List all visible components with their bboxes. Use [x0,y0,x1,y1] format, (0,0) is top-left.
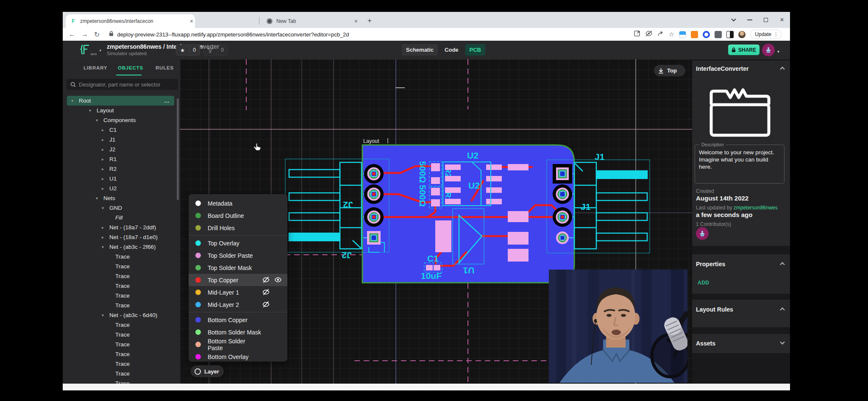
share-button[interactable]: SHARE [728,45,760,55]
layer-row-bottom-solder-mask[interactable]: Bottom Solder Mask [189,326,287,338]
new-tab-button[interactable]: + [364,16,375,26]
tree-item-trace[interactable]: Trace [63,262,180,271]
bookmark-star-icon[interactable]: ☆ [669,31,674,38]
avatar-caret[interactable]: ▾ [777,49,779,54]
tree-item-trace[interactable]: Trace [63,340,180,349]
open-in-window-icon[interactable] [634,30,640,39]
chevron-down-icon[interactable]: ▾ [96,196,103,200]
star-icon[interactable]: ★ [176,45,189,55]
tree-item-c1[interactable]: ▸C1 [63,125,180,135]
url-text[interactable]: deploy-preview-2313--fluxapp.netlify.app… [117,31,349,38]
tree-item-j2[interactable]: ▸J2 [63,145,180,154]
browser-tab-newtab[interactable]: New Tab × [262,14,359,28]
fork-counter[interactable]: 0 [203,45,228,56]
add-property-button[interactable]: ADD [698,280,709,286]
tree-item-u2[interactable]: ▸U2 [63,184,180,193]
tab-close-icon[interactable]: × [353,18,359,25]
flux-logo[interactable]: BETA ▾ [79,44,101,57]
chevron-right-icon[interactable]: ▸ [102,137,109,142]
window-minimize-icon[interactable] [742,12,758,28]
tree-item-r2[interactable]: ▸R2 [63,164,180,174]
chevron-right-icon[interactable]: ▸ [102,176,109,181]
visibility-off-icon[interactable] [262,301,270,309]
collapse-icon[interactable] [780,307,785,312]
tree-item-gnd[interactable]: ▾GND [63,203,180,213]
update-button[interactable]: Update ⋮ [750,30,782,39]
window-close-icon[interactable]: × [774,12,790,28]
back-icon[interactable]: ← [69,31,75,38]
tab-code[interactable]: Code [440,44,463,56]
forward-icon[interactable]: → [81,31,88,38]
chevron-right-icon[interactable]: ▸ [102,147,109,152]
layer-row-mid-layer-1[interactable]: Mid-Layer 1 [189,286,287,298]
chevron-down-icon[interactable]: ▾ [89,108,97,113]
layer-row-bottom-overlay[interactable]: Bottom Overlay [189,351,287,363]
reload-icon[interactable]: ↻ [94,31,100,39]
tree-item-trace[interactable]: Trace [63,252,180,262]
layer-row-bottom-copper[interactable]: Bottom Copper [189,314,287,326]
tree-scrollbar[interactable] [177,98,179,200]
tree-item-trace[interactable]: Trace [63,330,180,340]
tab-schematic[interactable]: Schematic [402,44,438,56]
tree-item-trace[interactable]: Trace [63,349,180,359]
user-avatar[interactable] [762,44,775,56]
pcb-board[interactable] [362,145,574,283]
tree-item-net-ab3c-6d40-[interactable]: ▾Net - (ab3c - 6d40) [63,310,180,320]
chevron-right-icon[interactable]: ▸ [102,157,109,162]
layer-row-mid-layer-2[interactable]: Mid-Layer 2 [189,298,287,311]
tree-item-r1[interactable]: ▸R1 [63,154,180,164]
layer-row-top-overlay[interactable]: Top Overlay [189,237,287,249]
tab-close-icon[interactable]: × [188,18,195,25]
chevron-down-icon[interactable]: ▾ [96,118,103,123]
search-input[interactable]: Designator, part name or selector [67,79,178,90]
chevron-down-icon[interactable]: ▾ [102,313,109,317]
pcb-canvas[interactable]: Layout J2 [180,59,692,384]
layer-row-metadata[interactable]: Metadata [189,197,287,209]
view-top-button[interactable]: Top [654,65,685,76]
share-page-icon[interactable] [657,31,664,38]
layer-row-top-solder-paste[interactable]: Top Solder Paste [189,249,287,262]
collapse-icon[interactable] [780,262,785,267]
visibility-on-icon[interactable] [274,276,284,284]
tree-item-trace[interactable]: Trace [63,369,180,379]
tree-item-net-18a7-d1e0-[interactable]: ▸Net - (18a7 - d1e0) [63,232,180,242]
chevron-right-icon[interactable]: ▸ [102,186,109,191]
layer-row-drill-holes[interactable]: Drill Holes [189,222,287,234]
extension-window-icon[interactable] [679,31,686,38]
metamask-icon[interactable] [691,31,698,38]
row-menu-icon[interactable]: … [164,97,170,104]
tree-item-j1[interactable]: ▸J1 [63,135,180,145]
tree-item-trace[interactable]: Trace [63,271,180,281]
contributor-avatar[interactable] [696,227,709,240]
project-menu-caret[interactable]: ▾ [100,48,102,53]
contrast-extension-icon[interactable] [726,31,734,38]
tree-item-layout[interactable]: ▾Layout [63,106,180,115]
tree-item-fill[interactable]: Fill [63,213,180,223]
tab-pcb[interactable]: PCB [465,44,485,56]
updated-by-user-link[interactable]: zmpeterson86nwes [734,205,778,211]
chevron-right-icon[interactable]: ▸ [102,167,109,171]
collapse-icon[interactable] [780,67,785,71]
chevron-down-icon[interactable]: ▾ [102,206,109,210]
visibility-off-icon[interactable] [262,276,270,284]
sidebar-tab-library[interactable]: LIBRARY [83,65,107,70]
puzzle-extension-icon[interactable] [715,31,722,38]
layer-button[interactable]: Layer [191,365,224,377]
browser-menu-icon[interactable]: ⋮ [773,31,779,37]
tracking-blocked-icon[interactable] [645,31,653,38]
layer-row-top-copper[interactable]: Top Copper [189,274,287,286]
tree-item-trace[interactable]: Trace [63,379,180,384]
tree-item-root[interactable]: ▾Root… [67,96,174,106]
chevron-down-icon[interactable]: ▾ [102,245,109,249]
chevron-right-icon[interactable]: ▸ [102,235,109,239]
window-menu-icon[interactable] [726,12,742,28]
chevron-right-icon[interactable]: ▸ [102,128,109,132]
chevron-right-icon[interactable]: ▸ [102,225,109,230]
visibility-off-icon[interactable] [262,288,270,297]
profile-avatar[interactable] [738,31,746,38]
tree-item-trace[interactable]: Trace [63,359,180,369]
tree-item-trace[interactable]: Trace [63,301,180,310]
tree-item-u1[interactable]: ▸U1 [63,174,180,184]
target-extension-icon[interactable] [703,31,710,38]
expand-icon[interactable] [780,340,785,344]
